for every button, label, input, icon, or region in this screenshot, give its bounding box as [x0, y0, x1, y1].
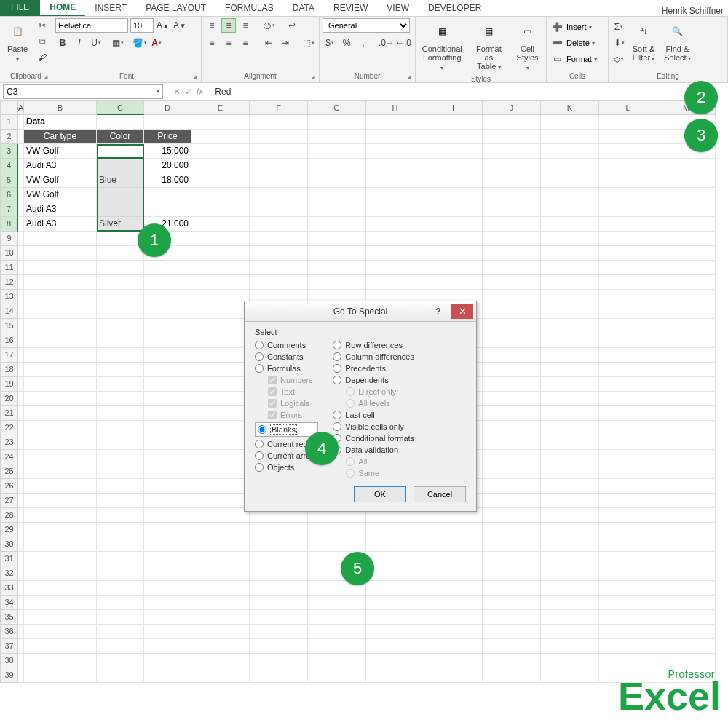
cell-L15[interactable] [599, 319, 657, 333]
cell-J25[interactable] [483, 464, 541, 479]
cell-I32[interactable] [424, 566, 483, 581]
cell-E29[interactable] [191, 523, 250, 537]
tab-formulas[interactable]: FORMULAS [215, 0, 283, 16]
format-cells-icon[interactable]: ▭ [550, 52, 564, 66]
cell-I37[interactable] [424, 639, 483, 654]
cell-D33[interactable] [144, 581, 191, 596]
cell-L25[interactable] [599, 464, 657, 479]
cell-B2[interactable]: Car type [24, 130, 97, 144]
inc-decimal-icon[interactable]: .0→ [379, 36, 394, 50]
delete-cells-icon[interactable]: ➖ [550, 36, 564, 50]
cell-M30[interactable] [657, 537, 716, 552]
cell-A39[interactable] [18, 668, 24, 683]
cell-H36[interactable] [366, 625, 424, 639]
cell-A8[interactable] [18, 217, 24, 232]
cell-D18[interactable] [144, 363, 191, 377]
cell-J27[interactable] [483, 494, 541, 508]
border-icon[interactable]: ▦ [111, 36, 125, 50]
cell-L23[interactable] [599, 435, 657, 450]
cell-I4[interactable] [424, 159, 483, 173]
find-select-button[interactable]: 🔍Find & Select [661, 18, 694, 64]
cell-A19[interactable] [18, 377, 24, 392]
option-data-validation[interactable]: Data validation [333, 446, 414, 454]
cell-K29[interactable] [541, 523, 599, 537]
cell-M38[interactable] [657, 654, 716, 668]
col-header-L[interactable]: L [599, 100, 657, 115]
cell-M35[interactable] [657, 610, 716, 625]
cell-E10[interactable] [191, 246, 250, 261]
cell-H4[interactable] [366, 159, 424, 173]
cell-L14[interactable] [599, 304, 657, 319]
cell-C32[interactable] [97, 566, 144, 581]
cell-C12[interactable] [97, 275, 144, 290]
cell-E12[interactable] [191, 275, 250, 290]
cell-A29[interactable] [18, 523, 24, 537]
cell-E4[interactable] [191, 159, 250, 173]
option-row-differences[interactable]: Row differences [333, 341, 414, 349]
cell-A25[interactable] [18, 464, 24, 479]
cell-C1[interactable] [97, 115, 144, 130]
cell-K7[interactable] [541, 202, 599, 217]
cell-E39[interactable] [191, 668, 250, 683]
row-header-6[interactable]: 6 [0, 188, 18, 202]
cell-B7[interactable]: Audi A3 [24, 202, 97, 217]
option-dependents[interactable]: Dependents [333, 376, 414, 384]
cell-K34[interactable] [541, 596, 599, 610]
option-blanks[interactable]: Blanks [255, 422, 318, 437]
cell-J33[interactable] [483, 581, 541, 596]
cell-M21[interactable] [657, 406, 716, 421]
col-header-H[interactable]: H [366, 100, 424, 115]
cell-L24[interactable] [599, 450, 657, 464]
cell-K37[interactable] [541, 639, 599, 654]
cell-B28[interactable] [24, 508, 97, 523]
cell-J24[interactable] [483, 450, 541, 464]
cell-B1[interactable]: Data [24, 115, 97, 130]
cell-H30[interactable] [366, 537, 424, 552]
align-right-icon[interactable]: ≡ [238, 36, 253, 50]
font-color-icon[interactable]: A [149, 36, 164, 50]
cell-A35[interactable] [18, 610, 24, 625]
cell-B36[interactable] [24, 625, 97, 639]
cell-I2[interactable] [424, 130, 483, 144]
cell-J18[interactable] [483, 363, 541, 377]
col-header-I[interactable]: I [424, 100, 483, 115]
cell-E2[interactable] [191, 130, 250, 144]
cell-D7[interactable] [144, 202, 191, 217]
cell-A1[interactable] [18, 115, 24, 130]
cell-C29[interactable] [97, 523, 144, 537]
tab-view[interactable]: VIEW [377, 0, 419, 16]
cell-H7[interactable] [366, 202, 424, 217]
cell-M16[interactable] [657, 333, 716, 348]
cell-L16[interactable] [599, 333, 657, 348]
cell-B4[interactable]: Audi A3 [24, 159, 97, 173]
cell-F30[interactable] [250, 537, 308, 552]
cell-B6[interactable]: VW Golf [24, 188, 97, 202]
cell-K19[interactable] [541, 377, 599, 392]
fill-icon[interactable]: ⬇ [612, 36, 626, 50]
cell-C39[interactable] [97, 668, 144, 683]
cell-J20[interactable] [483, 392, 541, 406]
cell-C5[interactable]: Blue [97, 173, 144, 188]
cell-F3[interactable] [250, 144, 308, 159]
cell-A6[interactable] [18, 188, 24, 202]
cell-B18[interactable] [24, 363, 97, 377]
cell-D37[interactable] [144, 639, 191, 654]
cell-M24[interactable] [657, 450, 716, 464]
cell-L5[interactable] [599, 173, 657, 188]
cell-K25[interactable] [541, 464, 599, 479]
tab-developer[interactable]: DEVELOPER [419, 0, 491, 16]
cell-C25[interactable] [97, 464, 144, 479]
bold-icon[interactable]: B [55, 36, 70, 50]
cell-A31[interactable] [18, 552, 24, 566]
cell-K26[interactable] [541, 479, 599, 494]
row-header-28[interactable]: 28 [0, 508, 18, 523]
row-header-35[interactable]: 35 [0, 610, 18, 625]
option-last-cell[interactable]: Last cell [333, 411, 414, 419]
cell-I5[interactable] [424, 173, 483, 188]
font-name[interactable] [55, 18, 128, 33]
cell-J34[interactable] [483, 596, 541, 610]
cell-J10[interactable] [483, 246, 541, 261]
cell-C28[interactable] [97, 508, 144, 523]
row-header-32[interactable]: 32 [0, 566, 18, 581]
cell-B19[interactable] [24, 377, 97, 392]
